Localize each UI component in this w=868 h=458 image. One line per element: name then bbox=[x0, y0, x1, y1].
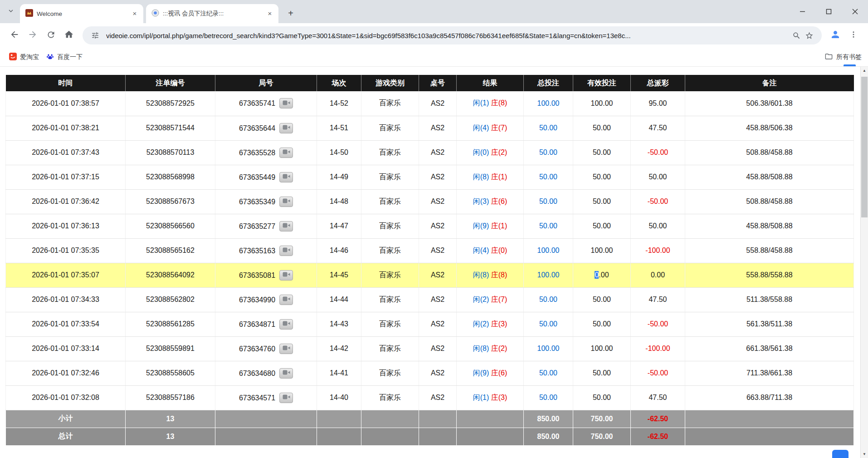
profile-avatar[interactable] bbox=[826, 26, 844, 44]
total-bet-link[interactable]: 50.00 bbox=[539, 222, 557, 230]
cell-game-type: 百家乐 bbox=[361, 140, 419, 165]
total-bet-link[interactable]: 100.00 bbox=[537, 345, 560, 352]
video-replay-button[interactable] bbox=[279, 368, 293, 379]
video-replay-button[interactable] bbox=[279, 123, 293, 133]
video-replay-button[interactable] bbox=[279, 295, 293, 305]
footer-empty-cell bbox=[419, 428, 457, 445]
cell-total-bet: 50.00 bbox=[524, 287, 573, 312]
table-row[interactable]: 2026-01-01 07:36:42523088567673673635349… bbox=[6, 189, 854, 214]
table-row[interactable]: 2026-01-01 07:34:33523088562802673634990… bbox=[6, 287, 854, 312]
table-row[interactable]: 2026-01-01 07:38:21523088571544673635644… bbox=[6, 116, 854, 140]
zoom-icon[interactable] bbox=[790, 29, 803, 42]
cell-payout: -100.00 bbox=[631, 238, 685, 263]
tab-close-icon[interactable]: × bbox=[266, 10, 274, 18]
total-bet-link[interactable]: 50.00 bbox=[539, 369, 557, 377]
total-bet-link[interactable]: 100.00 bbox=[537, 99, 560, 107]
cell-session: 14-49 bbox=[317, 165, 361, 189]
reload-button[interactable] bbox=[42, 26, 60, 44]
video-replay-button[interactable] bbox=[279, 197, 293, 207]
scrollbar-thumb[interactable] bbox=[861, 77, 868, 217]
video-camera-icon bbox=[283, 222, 290, 230]
browser-menu-button[interactable] bbox=[844, 26, 863, 44]
cell-game-type: 百家乐 bbox=[361, 336, 419, 361]
floating-action-button[interactable] bbox=[832, 450, 848, 458]
cell-result: 闲(1) 庄(8) bbox=[457, 91, 524, 116]
video-replay-button[interactable] bbox=[279, 221, 293, 231]
cell-session: 14-50 bbox=[317, 140, 361, 165]
tab-bet-records[interactable]: :::视讯 会员下注纪录::: × bbox=[146, 4, 278, 23]
tab-welcome[interactable]: Welcome × bbox=[20, 4, 143, 23]
total-bet-link[interactable]: 50.00 bbox=[539, 295, 557, 303]
new-tab-button[interactable]: + bbox=[284, 6, 297, 20]
table-row[interactable]: 2026-01-01 07:33:14523088559891673634760… bbox=[6, 336, 854, 361]
footer-empty-cell bbox=[457, 428, 524, 445]
bookmark-star-icon[interactable] bbox=[803, 29, 815, 42]
cell-game-type: 百家乐 bbox=[361, 116, 419, 140]
table-row[interactable]: 2026-01-01 07:35:07523088564092673635081… bbox=[6, 263, 854, 287]
cell-result: 闲(8) 庄(8) bbox=[457, 263, 524, 287]
window-close-button[interactable] bbox=[842, 0, 868, 23]
back-button[interactable] bbox=[5, 26, 24, 44]
scrollbar-down-button[interactable]: ▼ bbox=[861, 450, 868, 458]
total-bet-link[interactable]: 50.00 bbox=[539, 124, 557, 132]
player-result: 闲(1) bbox=[473, 99, 489, 107]
all-bookmarks-button[interactable]: 所有书签 bbox=[824, 48, 862, 67]
cell-valid-bet: 50.00 bbox=[573, 189, 631, 214]
url-text[interactable]: videoie.com/ipl/portal.php/game/betrecor… bbox=[106, 32, 785, 39]
bookmark-baidu[interactable]: 百度一下 bbox=[43, 51, 86, 64]
cell-valid-bet: 0.00 bbox=[573, 263, 631, 287]
video-replay-button[interactable] bbox=[279, 98, 293, 108]
bookmark-taobao[interactable]: 爱淘宝 bbox=[5, 51, 43, 64]
table-row[interactable]: 2026-01-01 07:35:35523088565162673635163… bbox=[6, 238, 854, 263]
bet-records-favicon-icon bbox=[151, 9, 159, 18]
total-bet-link[interactable]: 50.00 bbox=[539, 197, 557, 205]
footer-empty-cell bbox=[317, 410, 361, 428]
tab-search-button[interactable] bbox=[5, 5, 17, 18]
video-replay-button[interactable] bbox=[279, 246, 293, 256]
table-row[interactable]: 2026-01-01 07:38:57523088572925673635741… bbox=[6, 91, 854, 116]
col-header-table-no: 桌号 bbox=[419, 75, 457, 91]
scrollbar-up-button[interactable]: ▲ bbox=[861, 67, 868, 74]
forward-button[interactable] bbox=[24, 26, 42, 44]
total-bet-link[interactable]: 50.00 bbox=[539, 394, 557, 401]
cell-session: 14-42 bbox=[317, 336, 361, 361]
banker-result: 庄(7) bbox=[491, 124, 507, 132]
video-replay-button[interactable] bbox=[279, 319, 293, 330]
site-settings-icon[interactable] bbox=[89, 29, 102, 42]
page-scrollbar[interactable]: ▲ ▼ bbox=[860, 67, 868, 458]
video-replay-button[interactable] bbox=[279, 393, 293, 403]
player-result: 闲(2) bbox=[473, 295, 489, 303]
cell-valid-bet: 50.00 bbox=[573, 140, 631, 165]
home-icon bbox=[64, 30, 74, 41]
total-bet-link[interactable]: 100.00 bbox=[537, 246, 560, 254]
home-button[interactable] bbox=[60, 26, 78, 44]
cell-round: 673635349 bbox=[215, 189, 317, 214]
window-maximize-button[interactable] bbox=[815, 0, 842, 23]
cell-table-no: AS2 bbox=[419, 312, 457, 336]
table-row[interactable]: 2026-01-01 07:33:54523088561285673634871… bbox=[6, 312, 854, 336]
cell-bet-id: 523088571544 bbox=[126, 116, 215, 140]
player-result: 闲(1) bbox=[473, 394, 489, 401]
video-replay-button[interactable] bbox=[279, 270, 293, 281]
cell-payout: -100.00 bbox=[631, 336, 685, 361]
window-minimize-button[interactable] bbox=[789, 0, 815, 23]
total-bet-link[interactable]: 50.00 bbox=[539, 173, 557, 181]
table-row[interactable]: 2026-01-01 07:32:08523088557186673634571… bbox=[6, 385, 854, 410]
tab-close-icon[interactable]: × bbox=[131, 10, 139, 18]
total-bet-link[interactable]: 50.00 bbox=[539, 148, 557, 156]
video-replay-button[interactable] bbox=[279, 344, 293, 354]
table-row[interactable]: 2026-01-01 07:32:46523088558605673634680… bbox=[6, 361, 854, 385]
cell-table-no: AS2 bbox=[419, 336, 457, 361]
table-row[interactable]: 2026-01-01 07:36:13523088566560673635277… bbox=[6, 214, 854, 238]
cell-remark: 661.38/561.38 bbox=[685, 336, 854, 361]
video-camera-icon bbox=[283, 148, 290, 157]
video-replay-button[interactable] bbox=[279, 172, 293, 182]
table-row[interactable]: 2026-01-01 07:37:15523088568998673635449… bbox=[6, 165, 854, 189]
table-body: 2026-01-01 07:38:57523088572925673635741… bbox=[6, 91, 854, 410]
address-bar[interactable]: videoie.com/ipl/portal.php/game/betrecor… bbox=[83, 26, 822, 44]
video-replay-button[interactable] bbox=[279, 148, 293, 158]
total-bet-link[interactable]: 50.00 bbox=[539, 320, 557, 328]
player-result: 闲(8) bbox=[473, 173, 489, 181]
table-row[interactable]: 2026-01-01 07:37:43523088570113673635528… bbox=[6, 140, 854, 165]
total-bet-link[interactable]: 100.00 bbox=[537, 271, 560, 279]
